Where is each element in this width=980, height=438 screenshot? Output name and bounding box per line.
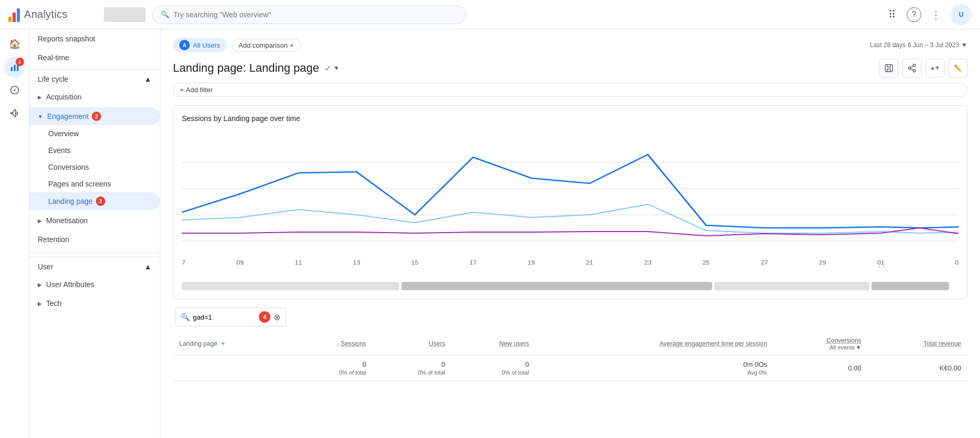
svg-text:25: 25	[702, 260, 710, 266]
user-section-collapse-icon: ▲	[144, 262, 151, 271]
conversions-sub-label: All events	[830, 344, 855, 351]
table-search[interactable]: 🔍 4 ⊗	[175, 308, 286, 326]
cell-total-revenue: K€0.00	[868, 355, 967, 381]
save-report-button[interactable]	[879, 59, 898, 78]
segment-label: All Users	[193, 41, 220, 49]
sessions-chart: 07 Jun 09 11 13 15 17 19 21 23 25 27 29 …	[182, 131, 959, 267]
landing-page-label: Landing page	[48, 197, 93, 205]
table-controls: 🔍 4 ⊗	[173, 308, 967, 326]
nav-conversions[interactable]: Conversions	[29, 159, 160, 176]
nav-user-attributes[interactable]: ▶ User Attributes	[29, 276, 160, 293]
sidebar-icon-explore[interactable]	[4, 80, 25, 101]
svg-text:21: 21	[586, 260, 593, 266]
logo-icon	[8, 7, 20, 22]
svg-text:01: 01	[877, 260, 885, 266]
svg-text:15: 15	[411, 260, 419, 266]
acquisition-group: ▶ Acquisition	[29, 89, 160, 105]
svg-point-5	[913, 64, 916, 67]
badge-1: 1	[16, 58, 24, 66]
search-bar[interactable]: 🔍	[152, 5, 466, 24]
nav-tech[interactable]: ▶ Tech	[29, 295, 160, 312]
date-value: 6 Jun – 3 Jul 2023	[908, 41, 959, 49]
all-users-segment[interactable]: A All Users	[173, 38, 226, 52]
engagement-group: ▼ Engagement 2 Overview Events Conversio…	[29, 107, 160, 210]
search-input[interactable]	[173, 10, 458, 19]
th-avg-engagement: Average engagement time per session	[535, 333, 773, 355]
sidebar-icon-home[interactable]: 🏠	[4, 34, 25, 54]
nav-engagement[interactable]: ▼ Engagement 2	[29, 107, 160, 125]
share-button[interactable]	[902, 59, 921, 78]
green-check-icon: ✓	[324, 63, 331, 73]
lifecycle-section-header[interactable]: Life cycle ▲	[29, 69, 160, 89]
nav-overview[interactable]: Overview	[29, 125, 160, 142]
user-attributes-label: User Attributes	[46, 280, 94, 289]
conversions-label: Conversions	[48, 163, 89, 171]
topbar-actions: ⠿ ? ⋮ U	[881, 4, 972, 25]
chart-area: 07 Jun 09 11 13 15 17 19 21 23 25 27 29 …	[182, 131, 959, 278]
divider-1	[29, 252, 160, 253]
more-options-icon[interactable]: ⋮	[925, 4, 946, 25]
chevron-right-icon: ▶	[38, 94, 42, 100]
svg-point-7	[913, 70, 916, 72]
edit-button[interactable]: ✏️	[949, 59, 967, 78]
plus-icon: +	[290, 41, 294, 49]
th-new-users: New users	[451, 333, 535, 355]
nav-acquisition[interactable]: ▶ Acquisition	[29, 89, 160, 105]
left-nav: Reports snapshot Real-time Life cycle ▲ …	[29, 29, 160, 438]
nav-events[interactable]: Events	[29, 142, 160, 159]
plus-icon-filter: +	[180, 86, 184, 94]
main-layout: 🏠 1 Reports snapshot Real-time Life cycl…	[0, 29, 980, 438]
add-filter-button[interactable]: + Add filter	[173, 83, 967, 97]
sort-icon-sessions: ↓	[336, 341, 339, 347]
title-dropdown-icon: ▼	[333, 64, 340, 72]
title-actions: ✏️	[879, 59, 967, 78]
engagement-label: Engagement	[47, 112, 89, 121]
svg-line-9	[910, 66, 913, 68]
cell-new-users: 0 0% of total	[451, 355, 535, 381]
account-avatar	[104, 7, 146, 22]
clear-search-icon[interactable]: ⊗	[274, 312, 280, 322]
engagement-badge: 2	[92, 112, 101, 121]
th-total-revenue: Total revenue	[868, 333, 967, 355]
title-status[interactable]: ✓ ▼	[324, 63, 340, 73]
date-range-selector[interactable]: Last 28 days 6 Jun – 3 Jul 2023 ▼	[870, 41, 967, 49]
add-column-icon[interactable]: +	[221, 340, 225, 347]
svg-text:13: 13	[353, 260, 361, 266]
nav-retention[interactable]: Retention	[29, 231, 160, 248]
svg-text:27: 27	[761, 260, 768, 266]
svg-text:29: 29	[819, 260, 826, 266]
compare-button[interactable]	[925, 59, 944, 78]
chevron-right-icon-4: ▶	[38, 301, 42, 306]
realtime-label: Real-time	[38, 53, 69, 62]
user-avatar[interactable]: U	[951, 4, 972, 25]
chevron-down-conversions[interactable]: ▼	[856, 344, 862, 351]
user-section-header[interactable]: User ▲	[29, 257, 160, 276]
svg-rect-4	[885, 64, 892, 72]
nav-reports-snapshot[interactable]: Reports snapshot	[29, 29, 160, 48]
lifecycle-label: Life cycle	[38, 75, 68, 83]
chevron-down-icon: ▼	[961, 41, 967, 49]
cell-avg-engagement: 0m 0Os Avg 0%	[535, 355, 773, 381]
svg-text:Jul: Jul	[877, 266, 885, 267]
nav-landing-page[interactable]: Landing page 3	[29, 192, 160, 210]
table-row: 0 0% of total 0 0% of total 0 0% of tota…	[173, 355, 967, 381]
topbar: Analytics 🔍 ⠿ ? ⋮ U	[0, 0, 980, 29]
nav-pages-screens[interactable]: Pages and screens	[29, 176, 160, 192]
sidebar-icon-reports[interactable]: 1	[4, 57, 25, 78]
user-section-label: User	[38, 262, 53, 271]
help-icon[interactable]: ?	[907, 7, 921, 22]
nav-realtime[interactable]: Real-time	[29, 48, 160, 67]
app-title: Analytics	[24, 8, 68, 20]
landing-page-badge: 3	[96, 196, 105, 206]
grid-icon[interactable]: ⠿	[881, 4, 902, 25]
sidebar-icon-advertising[interactable]	[4, 103, 25, 124]
chart-scrollbar[interactable]	[182, 282, 959, 290]
nav-monetisation[interactable]: ▶ Monetisation	[29, 212, 160, 229]
chevron-down-icon: ▼	[38, 114, 43, 119]
search-input-table[interactable]	[193, 313, 256, 321]
date-range-label: Last 28 days	[870, 41, 906, 49]
svg-rect-1	[14, 65, 15, 71]
add-comparison-button[interactable]: Add comparison +	[232, 39, 301, 52]
svg-text:03: 03	[955, 260, 959, 266]
add-filter-label: Add filter	[186, 86, 213, 94]
